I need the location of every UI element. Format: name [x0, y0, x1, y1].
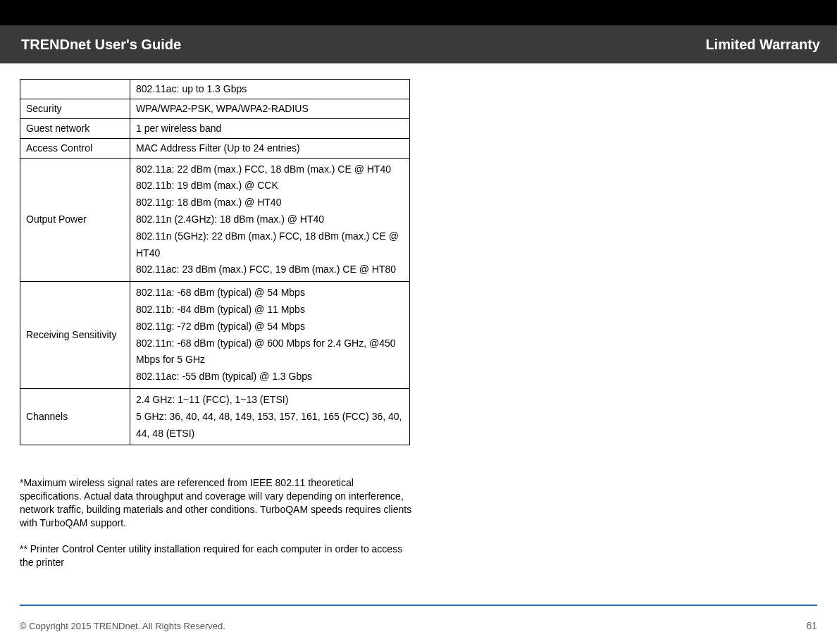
spec-value-line: 802.11n (2.4GHz): 18 dBm (max.) @ HT40 [136, 211, 404, 228]
spec-value: WPA/WPA2-PSK, WPA/WPA2-RADIUS [130, 99, 410, 118]
copyright-text: © Copyright 2015 TRENDnet. All Rights Re… [20, 621, 225, 631]
footer-rule [20, 605, 817, 606]
header-bar: TRENDnet User's Guide Limited Warranty [0, 25, 837, 63]
spec-value-line: 2.4 GHz: 1~11 (FCC), 1~13 (ETSI) [136, 392, 404, 409]
spec-value: 1 per wireless band [130, 118, 410, 138]
page-number: 61 [806, 620, 817, 631]
spec-value-line: 802.11a: 22 dBm (max.) FCC, 18 dBm (max.… [136, 161, 404, 178]
spec-value: 802.11ac: up to 1.3 Gbps [130, 80, 410, 99]
spec-value-line: 802.11n (5GHz): 22 dBm (max.) FCC, 18 dB… [136, 228, 404, 262]
top-bar [0, 0, 837, 25]
spec-value-line: 5 GHz: 36, 40, 44, 48, 149, 153, 157, 16… [136, 409, 404, 442]
table-row: Channels2.4 GHz: 1~11 (FCC), 1~13 (ETSI)… [20, 388, 410, 445]
spec-table: 802.11ac: up to 1.3 GbpsSecurityWPA/WPA2… [20, 79, 410, 445]
spec-value-line: 802.11g: 18 dBm (max.) @ HT40 [136, 194, 404, 211]
doc-title: TRENDnet User's Guide [21, 37, 181, 53]
spec-value-line: 802.11a: -68 dBm (typical) @ 54 Mbps [136, 285, 404, 302]
table-row: Access ControlMAC Address Filter (Up to … [20, 138, 410, 158]
table-row: SecurityWPA/WPA2-PSK, WPA/WPA2-RADIUS [20, 99, 410, 118]
spec-value-line: 802.11n: -68 dBm (typical) @ 600 Mbps fo… [136, 335, 404, 369]
table-row: Guest network1 per wireless band [20, 118, 410, 138]
spec-value: MAC Address Filter (Up to 24 entries) [130, 138, 410, 158]
content-area: 802.11ac: up to 1.3 GbpsSecurityWPA/WPA2… [0, 63, 437, 569]
spec-label: Access Control [20, 138, 130, 158]
table-row: Output Power802.11a: 22 dBm (max.) FCC, … [20, 158, 410, 282]
spec-label: Guest network [20, 118, 130, 138]
spec-label: Channels [20, 388, 130, 445]
spec-value: 2.4 GHz: 1~11 (FCC), 1~13 (ETSI)5 GHz: 3… [130, 388, 410, 445]
table-row: 802.11ac: up to 1.3 Gbps [20, 80, 410, 99]
spec-label [20, 80, 130, 99]
table-row: Receiving Sensitivity802.11a: -68 dBm (t… [20, 282, 410, 389]
spec-value-line: 802.11ac: 23 dBm (max.) FCC, 19 dBm (max… [136, 261, 404, 278]
spec-value-line: 802.11g: -72 dBm (typical) @ 54 Mbps [136, 318, 404, 335]
spec-label: Output Power [20, 158, 130, 282]
spec-label: Receiving Sensitivity [20, 282, 130, 389]
footnote-1: *Maximum wireless signal rates are refer… [20, 476, 414, 530]
spec-value-line: 802.11b: 19 dBm (max.) @ CCK [136, 178, 404, 194]
footnote-2: ** Printer Control Center utility instal… [20, 543, 414, 569]
section-title: Limited Warranty [705, 37, 820, 53]
spec-value: 802.11a: 22 dBm (max.) FCC, 18 dBm (max.… [130, 158, 410, 282]
spec-value-line: 802.11ac: -55 dBm (typical) @ 1.3 Gbps [136, 369, 404, 385]
spec-value-line: 802.11b: -84 dBm (typical) @ 11 Mpbs [136, 302, 404, 318]
footer: © Copyright 2015 TRENDnet. All Rights Re… [20, 620, 817, 631]
footnotes: *Maximum wireless signal rates are refer… [20, 476, 414, 569]
spec-label: Security [20, 99, 130, 118]
spec-value: 802.11a: -68 dBm (typical) @ 54 Mbps802.… [130, 282, 410, 389]
